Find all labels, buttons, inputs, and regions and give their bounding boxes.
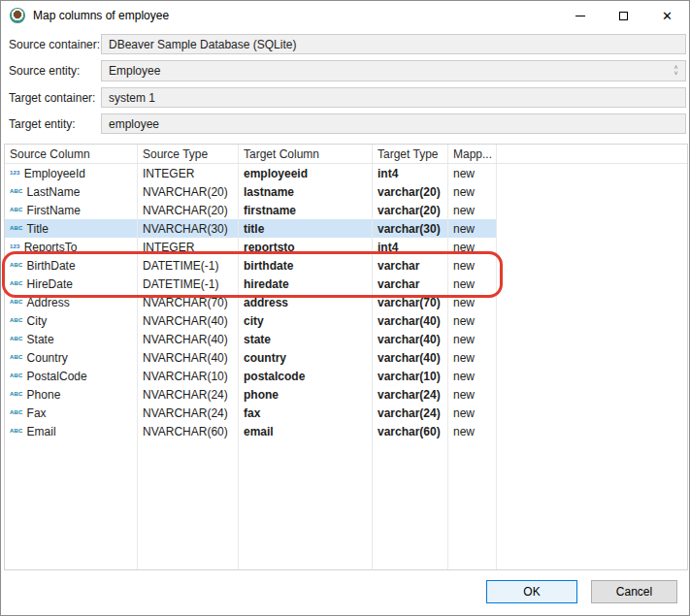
- source-container-label: Source container:: [9, 34, 100, 54]
- mapping-label: new: [453, 185, 475, 199]
- header-filler: [497, 145, 687, 163]
- table-row[interactable]: 123ReportsToINTEGERreportstoint4new: [5, 238, 687, 256]
- string-type-icon: ABC: [10, 354, 23, 360]
- source-column-label: City: [27, 314, 48, 328]
- source-type-label: NVARCHAR(60): [143, 425, 228, 438]
- table-header-row: Source Column Source Type Target Column …: [5, 145, 687, 164]
- table-row[interactable]: ABCTitleNVARCHAR(30)titlevarchar(30)new: [5, 219, 687, 238]
- source-entity-field[interactable]: Employee ˄ ˅: [101, 60, 686, 81]
- mapping-label: new: [453, 204, 475, 217]
- close-icon: ✕: [662, 10, 673, 22]
- string-type-icon: ABC: [10, 280, 23, 286]
- source-container-value: DBeaver Sample Database (SQLite): [109, 38, 296, 51]
- target-container-label: Target container:: [9, 87, 95, 108]
- target-column-label: state: [244, 333, 271, 346]
- target-column-label: fax: [244, 406, 260, 420]
- mapping-label: new: [453, 351, 475, 365]
- table-row[interactable]: 123EmployeeIdINTEGERemployeeidint4new: [5, 164, 687, 182]
- target-column-label: email: [244, 425, 274, 438]
- source-type-label: NVARCHAR(10): [143, 370, 228, 383]
- target-container-field[interactable]: system 1: [101, 87, 686, 108]
- mapping-label: new: [453, 388, 475, 402]
- string-type-icon: ABC: [10, 225, 23, 231]
- target-column-label: hiredate: [244, 277, 289, 291]
- ok-button[interactable]: OK: [486, 580, 577, 603]
- header-target-column[interactable]: Target Column: [239, 145, 373, 163]
- header-target-type[interactable]: Target Type: [373, 145, 448, 163]
- string-type-icon: ABC: [10, 188, 23, 194]
- source-container-field[interactable]: DBeaver Sample Database (SQLite): [101, 34, 686, 54]
- table-row[interactable]: ABCFaxNVARCHAR(24)faxvarchar(24)new: [5, 404, 687, 422]
- close-button[interactable]: ✕: [645, 1, 689, 30]
- mapping-label: new: [453, 259, 475, 273]
- table-row[interactable]: ABCCityNVARCHAR(40)cityvarchar(40)new: [5, 311, 687, 330]
- cancel-button[interactable]: Cancel: [591, 580, 677, 603]
- target-entity-field[interactable]: employee: [101, 113, 686, 134]
- table-empty-area: [5, 440, 687, 569]
- table-row[interactable]: ABCHireDateDATETIME(-1)hiredatevarcharne…: [5, 275, 687, 293]
- title-bar: Map columns of employee ✕: [1, 1, 689, 30]
- target-column-label: firstname: [244, 204, 296, 217]
- source-column-label: Address: [27, 296, 70, 309]
- table-row[interactable]: ABCStateNVARCHAR(40)statevarchar(40)new: [5, 330, 687, 348]
- target-type-label: varchar(20): [378, 185, 441, 199]
- source-column-label: PostalCode: [27, 370, 87, 383]
- source-type-label: DATETIME(-1): [143, 259, 218, 273]
- string-type-icon: ABC: [10, 299, 23, 305]
- target-column-label: postalcode: [244, 370, 305, 383]
- source-type-label: INTEGER: [143, 167, 194, 180]
- source-entity-label: Source entity:: [9, 60, 80, 81]
- header-source-column[interactable]: Source Column: [5, 145, 138, 163]
- table-row[interactable]: ABCLastNameNVARCHAR(20)lastnamevarchar(2…: [5, 182, 687, 201]
- target-type-label: int4: [378, 167, 398, 180]
- string-type-icon: ABC: [10, 317, 23, 323]
- target-entity-label: Target entity:: [9, 113, 76, 134]
- dialog-title: Map columns of employee: [33, 9, 169, 22]
- source-column-label: Email: [27, 425, 56, 438]
- target-type-label: varchar(40): [378, 314, 441, 328]
- source-type-label: NVARCHAR(24): [143, 388, 228, 402]
- target-type-label: varchar: [378, 277, 419, 291]
- source-entity-value: Employee: [109, 64, 160, 78]
- minimize-button[interactable]: [558, 1, 602, 30]
- string-type-icon: ABC: [10, 207, 23, 212]
- numeric-type-icon: 123: [10, 170, 20, 176]
- header-mapping[interactable]: Mapp...: [448, 145, 497, 163]
- source-type-label: NVARCHAR(20): [143, 204, 228, 217]
- target-column-label: title: [244, 222, 264, 236]
- target-column-label: phone: [244, 388, 279, 402]
- maximize-button[interactable]: [602, 1, 645, 30]
- target-container-value: system 1: [109, 91, 155, 105]
- target-column-label: lastname: [244, 185, 294, 199]
- spinner-down-icon: ˅: [674, 71, 677, 77]
- entity-spinner[interactable]: ˄ ˅: [669, 62, 683, 80]
- string-type-icon: ABC: [10, 336, 23, 341]
- table-row[interactable]: ABCPostalCodeNVARCHAR(10)postalcodevarch…: [5, 367, 687, 385]
- target-type-label: varchar: [378, 259, 419, 273]
- table-body: 123EmployeeIdINTEGERemployeeidint4newABC…: [5, 164, 687, 440]
- mapping-label: new: [453, 222, 475, 236]
- target-type-label: varchar(30): [378, 222, 441, 236]
- source-column-label: BirthDate: [27, 259, 76, 273]
- target-column-label: address: [244, 296, 288, 309]
- target-type-label: varchar(60): [378, 425, 441, 438]
- source-type-label: NVARCHAR(40): [143, 351, 228, 365]
- table-row[interactable]: ABCEmailNVARCHAR(60)emailvarchar(60)new: [5, 422, 687, 440]
- string-type-icon: ABC: [10, 428, 23, 434]
- table-row[interactable]: ABCBirthDateDATETIME(-1)birthdatevarchar…: [5, 256, 687, 275]
- header-source-type[interactable]: Source Type: [138, 145, 239, 163]
- mapping-label: new: [453, 314, 475, 328]
- table-row[interactable]: ABCAddressNVARCHAR(70)addressvarchar(70)…: [5, 293, 687, 311]
- dialog-window: Map columns of employee ✕ Source contain…: [0, 0, 690, 616]
- table-row[interactable]: ABCFirstNameNVARCHAR(20)firstnamevarchar…: [5, 201, 687, 219]
- source-type-label: DATETIME(-1): [143, 277, 218, 291]
- table-row[interactable]: ABCPhoneNVARCHAR(24)phonevarchar(24)new: [5, 385, 687, 404]
- target-type-label: varchar(40): [378, 351, 441, 365]
- source-type-label: NVARCHAR(70): [143, 296, 228, 309]
- maximize-icon: [619, 12, 628, 20]
- table-row[interactable]: ABCCountryNVARCHAR(40)countryvarchar(40)…: [5, 348, 687, 367]
- numeric-type-icon: 123: [10, 243, 20, 249]
- string-type-icon: ABC: [10, 262, 23, 268]
- source-column-label: Phone: [27, 388, 61, 402]
- window-controls: ✕: [558, 1, 689, 30]
